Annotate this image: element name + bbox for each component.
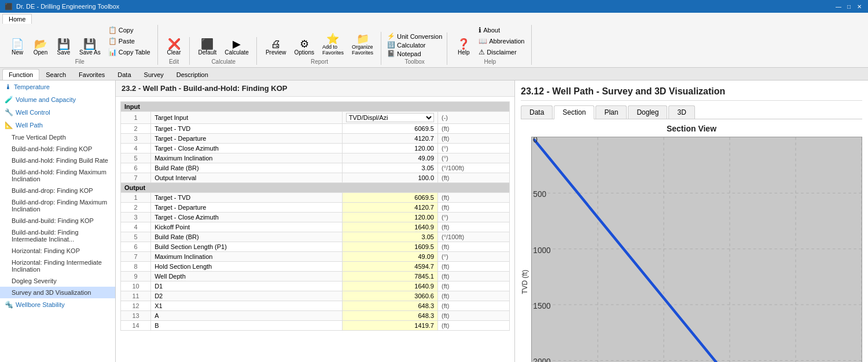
saveas-button[interactable]: 💾 Save As [76, 37, 104, 57]
abbreviation-button[interactable]: 📖 Abbreviation [476, 36, 527, 46]
center-title: 23.2 - Well Path - Build-and-Hold: Findi… [116, 81, 514, 97]
viz-tab-plan[interactable]: Plan [595, 105, 627, 119]
nav-tabs: Function Search Favorites Data Survey De… [0, 68, 868, 81]
sidebar-label-wellpath: Well Path [16, 122, 43, 129]
maximize-button[interactable]: □ [845, 2, 853, 10]
clear-button[interactable]: ❌ Clear [164, 37, 185, 57]
tab-function[interactable]: Function [2, 69, 39, 80]
paste-button[interactable]: 📋 Paste [106, 36, 153, 46]
right-panel: 23.12 - Well Path - Survey and 3D Visual… [515, 81, 868, 362]
open-button[interactable]: 📂 Open [30, 37, 51, 57]
center-panel: 23.2 - Well Path - Build-and-Hold: Findi… [116, 81, 515, 362]
about-button[interactable]: ℹ About [476, 25, 527, 35]
copy-button[interactable]: 📋 Copy [106, 25, 153, 35]
table-row: 7 Maximum Inclination 49.09 (°) [121, 252, 510, 262]
output-section-header: Output [121, 183, 510, 193]
disclaimer-button[interactable]: ⚠ Disclaimer [476, 47, 527, 57]
sidebar-item-hor-ii[interactable]: Horizontal: Finding Intermediate Inclina… [0, 257, 115, 275]
sidebar-item-wellcontrol[interactable]: 🔧 Well Control [0, 106, 115, 119]
temperature-icon: 🌡 [5, 83, 12, 91]
output-label-3: Target - Close Azimuth [151, 213, 343, 222]
calculate-button[interactable]: ▶ Calculate [222, 37, 252, 57]
about-icon: ℹ [479, 26, 481, 34]
viz-tab-dogleg[interactable]: Dogleg [628, 105, 667, 119]
unit-2: (ft) [438, 124, 510, 134]
orgfav-icon: 📁 [356, 34, 369, 44]
output-value-12: 648.3 [342, 301, 437, 311]
sidebar-item-volume[interactable]: 🧪 Volume and Capacity [0, 93, 115, 106]
output-value-13: 648.3 [342, 311, 437, 321]
output-unit-7: (°) [438, 252, 510, 262]
viz-tab-data[interactable]: Data [521, 105, 553, 119]
ribbon-check-items: ⚡ Unit Conversion 🔢 Calculator 📓 Notepad [387, 32, 442, 57]
output-unit-13: (ft) [438, 311, 510, 321]
viz-tab-3d[interactable]: 3D [668, 105, 694, 119]
title-bar: ⬛ Dr. DE - Drilling Engineering Toolbox … [0, 0, 868, 13]
tab-data[interactable]: Data [111, 69, 137, 80]
help-icon: ❓ [457, 39, 470, 49]
app-icon: ⬛ [5, 3, 13, 10]
sidebar-item-survey3d[interactable]: Survey and 3D Visualization [0, 287, 115, 298]
input-value-2: 6069.5 [342, 124, 437, 134]
options-button[interactable]: ⚙ Options [292, 37, 317, 57]
output-unit-1: (ft) [438, 193, 510, 203]
sidebar-item-dogleg[interactable]: Dogleg Severity [0, 275, 115, 287]
save-button[interactable]: 💾 Save [53, 37, 74, 57]
copytable-button[interactable]: 📊 Copy Table [106, 47, 153, 57]
default-button[interactable]: ⬛ Default [196, 37, 220, 57]
sidebar-item-wellpath[interactable]: 📐 Well Path [0, 119, 115, 131]
new-button[interactable]: 📄 New [7, 37, 28, 57]
notepad-label: Notepad [397, 50, 421, 57]
sidebar-label-hor-kop: Horizontal: Finding KOP [12, 247, 80, 254]
svg-rect-0 [532, 137, 862, 362]
output-unit-6: (ft) [438, 242, 510, 252]
sidebar-item-bab-ii[interactable]: Build-and-build: Finding Intermediate In… [0, 226, 115, 245]
sidebar-item-bab-kop[interactable]: Build-and-build: Finding KOP [0, 215, 115, 226]
sidebar-label-survey3d: Survey and 3D Visualization [12, 289, 91, 296]
disclaimer-icon: ⚠ [479, 48, 485, 56]
table-row: 6 Build Rate (BR) 3.05 (°/100ft) [121, 163, 510, 173]
table-row: 5 Build Rate (BR) 3.05 (°/100ft) [121, 232, 510, 242]
tab-description[interactable]: Description [170, 69, 215, 80]
save-label: Save [57, 49, 71, 56]
ribbon-tab-home[interactable]: Home [2, 14, 32, 24]
sidebar-label-hor-ii: Horizontal: Finding Intermediate Inclina… [12, 259, 111, 273]
tab-favorites[interactable]: Favorites [72, 69, 111, 80]
tab-survey[interactable]: Survey [138, 69, 170, 80]
right-panel-title: 23.12 - Well Path - Survey and 3D Visual… [521, 86, 862, 101]
output-label-1: Target - TVD [151, 193, 343, 203]
sidebar-item-bah-kop[interactable]: Build-and-hold: Finding KOP [0, 143, 115, 155]
help-button[interactable]: ❓ Help [453, 37, 474, 57]
sidebar-item-bad-kop[interactable]: Build-and-drop: Finding KOP [0, 185, 115, 196]
ribbon-group-tools: 🖨 Preview ⚙ Options ⭐ Add toFavorites 📁 … [258, 32, 381, 65]
minimize-button[interactable]: — [834, 2, 843, 10]
tab-search[interactable]: Search [39, 69, 72, 80]
output-label-4: Kickoff Point [151, 222, 343, 232]
close-button[interactable]: ✕ [855, 2, 863, 10]
unitconversion-check[interactable]: ⚡ Unit Conversion [387, 32, 442, 40]
unit-1: (-) [438, 112, 510, 124]
input-label-5: Maximum Inclination [151, 153, 343, 163]
unit-3: (ft) [438, 134, 510, 144]
sidebar-item-tvd[interactable]: True Vertical Depth [0, 131, 115, 143]
sidebar-item-wellborestability[interactable]: 🔩 Wellbore Stability [0, 298, 115, 311]
addfav-button[interactable]: ⭐ Add toFavorites [319, 32, 347, 57]
target-input-select[interactable]: TVD/Displ/Azi [346, 113, 434, 122]
preview-button[interactable]: 🖨 Preview [263, 37, 289, 57]
orgfav-button[interactable]: 📁 OrganizeFavorites [349, 32, 376, 57]
calculator-check[interactable]: 🔢 Calculator [387, 41, 442, 49]
output-label-11: D2 [151, 291, 343, 301]
unitconversion-icon: ⚡ [387, 32, 395, 40]
output-label-9: Well Depth [151, 272, 343, 281]
notepad-check[interactable]: 📓 Notepad [387, 50, 442, 57]
sidebar-item-bah-br[interactable]: Build-and-hold: Finding Build Rate [0, 155, 115, 166]
output-label-14: B [151, 321, 343, 331]
default-label: Default [198, 49, 217, 56]
ribbon-tools-buttons: 🖨 Preview ⚙ Options ⭐ Add toFavorites 📁 … [263, 32, 376, 57]
output-value-6: 1609.5 [342, 242, 437, 252]
sidebar-item-bad-mi[interactable]: Build-and-drop: Finding Maximum Inclinat… [0, 196, 115, 215]
viz-tab-section[interactable]: Section [554, 105, 594, 119]
sidebar-item-bah-mi[interactable]: Build-and-hold: Finding Maximum Inclinat… [0, 166, 115, 185]
sidebar-item-temperature[interactable]: 🌡 Temperature [0, 81, 115, 93]
sidebar-item-hor-kop[interactable]: Horizontal: Finding KOP [0, 245, 115, 257]
